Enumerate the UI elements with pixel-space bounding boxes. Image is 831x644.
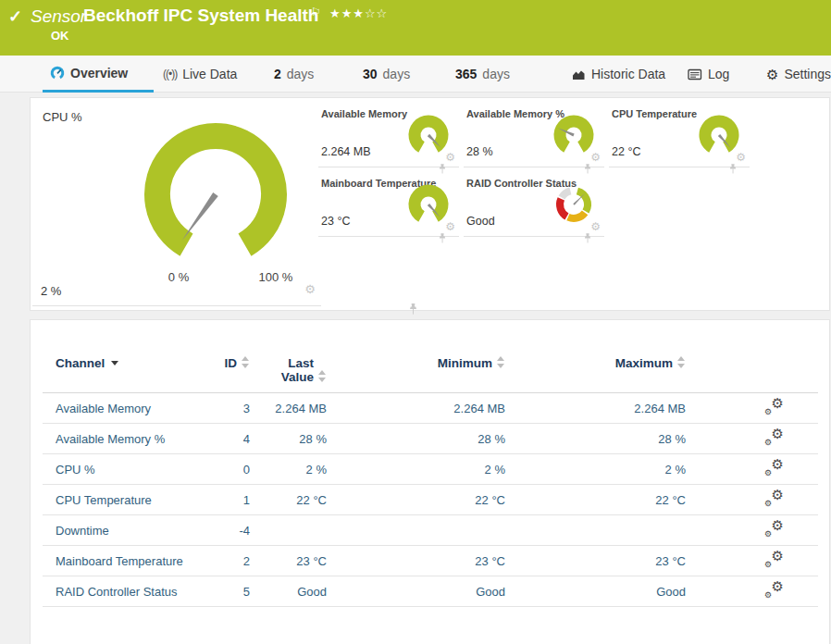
tile-actions: ⚙ — [590, 221, 601, 232]
tile-actions: ⚙ — [590, 152, 601, 163]
tab-30-days[interactable]: 30 days — [355, 56, 417, 93]
gauge-title: CPU % — [43, 110, 82, 124]
stars-empty[interactable]: ☆☆ — [365, 6, 388, 20]
sort-icon — [242, 356, 250, 368]
channel-settings-icon[interactable]: ⚙⚙ — [764, 490, 784, 506]
tile-actions: ⚙ — [304, 283, 316, 295]
channel-id: 3 — [190, 402, 250, 415]
sort-icon — [497, 356, 505, 368]
tab-2-days[interactable]: 2 days — [267, 56, 321, 93]
gauge-title: Available Memory — [321, 108, 407, 119]
channel-last-value: 2.264 MB — [250, 402, 327, 415]
channel-settings-icon[interactable]: ⚙⚙ — [764, 521, 784, 537]
pin-icon[interactable] — [584, 233, 591, 243]
tab-settings[interactable]: ⚙ Settings — [759, 56, 831, 93]
channel-maximum: 23 °C — [505, 554, 686, 568]
channel-minimum: 28 % — [327, 432, 505, 446]
gear-icon[interactable]: ⚙ — [304, 283, 316, 295]
gear-icon[interactable]: ⚙ — [736, 152, 746, 163]
channels-table-panel: Channel ID Last Value Minimum Maximum Av… — [30, 319, 830, 644]
column-header-last-value[interactable]: Last Value — [250, 356, 327, 384]
channel-minimum: 2.264 MB — [327, 402, 505, 415]
gauge-value: 22 °C — [612, 145, 640, 158]
channel-id: 5 — [190, 585, 250, 599]
gauge-tile-cpu-temperature: CPU Temperature 22 °C ⚙ — [609, 103, 750, 167]
channel-name-link[interactable]: RAID Controller Status — [56, 585, 190, 599]
table-header-row: Channel ID Last Value Minimum Maximum — [43, 356, 818, 393]
tab-live-data[interactable]: ((•)) Live Data — [155, 56, 244, 93]
column-header-maximum[interactable]: Maximum — [505, 356, 686, 370]
gauge-value: 23 °C — [321, 215, 350, 228]
channel-maximum: Good — [505, 585, 686, 599]
status-ok-check-icon: ✓ — [8, 6, 22, 27]
channel-name-link[interactable]: Downtime — [56, 524, 190, 538]
channel-maximum: 28 % — [505, 432, 686, 446]
tab-log-label: Log — [708, 67, 729, 81]
raid-controller-status-gauge — [552, 184, 595, 227]
gauge-value: 28 % — [466, 145, 493, 158]
page-title: Beckhoff IPC System Health — [83, 6, 318, 26]
channel-name-link[interactable]: Mainboard Temperature — [56, 554, 190, 568]
channel-settings-icon[interactable]: ⚙⚙ — [764, 429, 784, 445]
column-header-id[interactable]: ID — [190, 356, 250, 370]
channel-minimum: 2 % — [327, 463, 505, 477]
tab-365-days-number: 365 — [455, 67, 477, 81]
tab-overview[interactable]: Overview — [43, 56, 154, 93]
gauge-value: Good — [466, 215, 495, 228]
channel-name-link[interactable]: Available Memory % — [56, 432, 190, 446]
table-row: Mainboard Temperature 2 23 °C 23 °C 23 °… — [43, 546, 818, 576]
tab-365-days[interactable]: 365 days — [448, 56, 517, 93]
gear-icon[interactable]: ⚙ — [445, 152, 455, 163]
gear-icon[interactable]: ⚙ — [590, 221, 601, 232]
gauge-tile-cpu-percent: CPU % 0 % 100 % 2 % ⚙ — [32, 100, 321, 306]
tab-log[interactable]: Log — [680, 56, 737, 93]
stars-filled[interactable]: ★★★ — [329, 6, 365, 20]
object-type-label: Sensor — [31, 6, 86, 27]
pin-icon[interactable] — [409, 303, 417, 315]
channel-name-link[interactable]: CPU % — [56, 463, 190, 477]
channel-settings-icon[interactable]: ⚙⚙ — [764, 460, 784, 476]
channel-settings-icon[interactable]: ⚙⚙ — [764, 582, 784, 598]
column-header-minimum[interactable]: Minimum — [327, 356, 505, 370]
available-memory-gauge — [407, 115, 450, 157]
gauge-icon — [50, 66, 65, 80]
sort-icon — [318, 370, 327, 382]
channel-id: -4 — [190, 524, 250, 538]
channel-minimum: 22 °C — [327, 493, 505, 507]
table-row: Available Memory % 4 28 % 28 % 28 % ⚙⚙ — [43, 424, 818, 454]
gauge-tile-available-memory: Available Memory 2.264 MB ⚙ — [318, 103, 459, 167]
pin-icon[interactable] — [729, 164, 737, 174]
gear-icon: ⚙ — [766, 68, 778, 81]
tab-30-days-label: days — [383, 67, 411, 81]
tab-2-days-label: days — [287, 67, 315, 81]
channel-settings-icon[interactable]: ⚙⚙ — [764, 399, 784, 415]
gauge-max-label: 100 % — [245, 270, 306, 284]
sort-desc-icon — [111, 361, 118, 365]
channel-settings-icon[interactable]: ⚙⚙ — [764, 551, 784, 567]
channels-table: Channel ID Last Value Minimum Maximum Av… — [43, 356, 818, 607]
gear-icon[interactable]: ⚙ — [445, 221, 455, 232]
gauge-tile-mainboard-temperature: Mainboard Temperature 23 °C ⚙ — [318, 172, 459, 237]
channel-last-value: Good — [250, 585, 327, 599]
channel-maximum: 2.264 MB — [505, 402, 686, 415]
tab-historic-data[interactable]: Historic Data — [564, 56, 673, 93]
sensor-header: ✓ Sensor Beckhoff IPC System Health ⚐ ★★… — [0, 0, 831, 56]
channel-name-link[interactable]: Available Memory — [56, 402, 190, 415]
status-badge: OK — [51, 29, 69, 43]
tile-actions: ⚙ — [445, 221, 455, 232]
gauge-value: 2 % — [41, 284, 61, 298]
mainboard-temperature-gauge — [407, 184, 450, 227]
cpu-temperature-gauge — [698, 115, 740, 157]
flag-icon[interactable]: ⚐ — [311, 6, 321, 19]
gear-icon[interactable]: ⚙ — [590, 152, 601, 163]
column-header-channel[interactable]: Channel — [56, 356, 190, 370]
channel-minimum: 23 °C — [327, 554, 505, 568]
channel-name-link[interactable]: CPU Temperature — [56, 493, 190, 507]
priority-stars[interactable]: ★★★☆☆ — [329, 6, 388, 20]
log-list-icon — [688, 68, 702, 80]
gauge-min-label: 0 % — [151, 270, 206, 284]
gauge-value: 2.264 MB — [321, 145, 371, 158]
broadcast-icon: ((•)) — [163, 68, 177, 80]
channel-id: 1 — [190, 493, 250, 507]
pin-icon[interactable] — [439, 233, 446, 243]
